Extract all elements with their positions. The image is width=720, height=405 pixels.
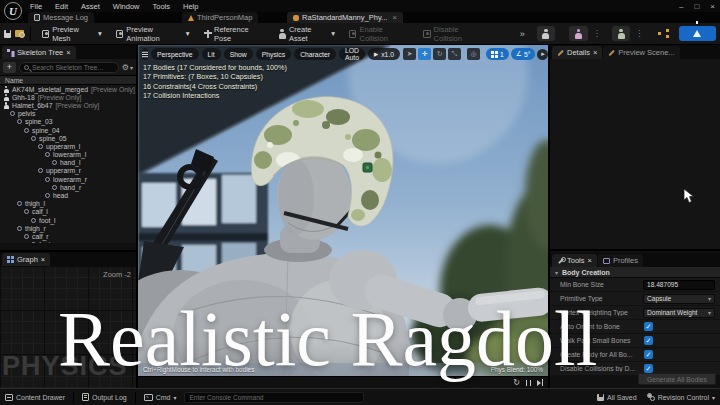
- graph-canvas[interactable]: Zoom -2 PHYSICS: [0, 266, 136, 388]
- menu-asset[interactable]: Asset: [81, 2, 100, 11]
- min-bone-size-input[interactable]: 18.487095: [643, 280, 715, 290]
- disable-collision-button[interactable]: Disable Collision: [418, 23, 490, 45]
- viewport-menu-button[interactable]: [142, 48, 148, 60]
- play-rate-button[interactable]: ▶ x1.0: [368, 48, 400, 60]
- all-saved-button[interactable]: All Saved: [597, 394, 637, 401]
- world-coordinate-button[interactable]: ◎: [467, 48, 480, 60]
- simulate-button[interactable]: [679, 26, 716, 41]
- walk-past-small-bones-checkbox[interactable]: ✓: [644, 336, 653, 345]
- physics-dropdown[interactable]: Physics: [256, 48, 291, 60]
- grid-snap-toggle[interactable]: 1: [486, 48, 509, 60]
- tree-row[interactable]: upperarm_r: [0, 167, 136, 175]
- tab-details[interactable]: Details ×: [552, 46, 602, 59]
- generate-all-bodies-button[interactable]: Generate All Bodies: [638, 373, 716, 385]
- dropdown-dots-icon[interactable]: ⋮: [635, 29, 643, 38]
- tree-row[interactable]: spine_04: [0, 126, 136, 134]
- tree-options-button[interactable]: ⚙ ▾: [122, 63, 133, 72]
- console-input[interactable]: [189, 394, 359, 401]
- tree-row[interactable]: calf_r: [0, 232, 136, 240]
- tree-row[interactable]: hand_r: [0, 183, 136, 191]
- tree-row[interactable]: head: [0, 191, 136, 199]
- tab-tools[interactable]: Tools ×: [552, 254, 597, 267]
- perspective-dropdown[interactable]: Perspective: [151, 48, 199, 60]
- tree-row[interactable]: AK74M_skeletal_merged[Preview Only]: [0, 85, 136, 93]
- dropdown-dots-icon[interactable]: ⋮: [593, 29, 601, 38]
- revision-control-dropdown[interactable]: Revision Control ▾: [647, 393, 715, 401]
- lit-dropdown[interactable]: Lit: [202, 48, 221, 60]
- close-tab-icon[interactable]: ×: [593, 48, 597, 57]
- tree-row[interactable]: lowerarm_r: [0, 175, 136, 183]
- create-asset-button[interactable]: Create Asset ▾: [273, 23, 340, 45]
- tree-row[interactable]: hand_l: [0, 159, 136, 167]
- tab-thirdpersonmap[interactable]: ThirdPersonMap: [182, 12, 258, 23]
- content-drawer-button[interactable]: Content Drawer: [5, 394, 65, 401]
- menu-edit[interactable]: Edit: [55, 2, 68, 11]
- scale-tool-button[interactable]: ⤡: [448, 48, 461, 60]
- close-tab-icon[interactable]: ×: [66, 48, 70, 57]
- save-icon[interactable]: [4, 30, 11, 38]
- physical-animation-button[interactable]: [569, 26, 588, 41]
- maximize-button[interactable]: □: [694, 2, 699, 11]
- browse-content-icon[interactable]: [15, 30, 23, 37]
- character-dropdown[interactable]: Character: [294, 48, 336, 60]
- close-button[interactable]: ×: [710, 2, 715, 11]
- tab-preview-scene[interactable]: Preview Scene...: [603, 46, 679, 59]
- tab-profiles[interactable]: Profiles: [598, 254, 643, 267]
- enable-collision-button[interactable]: Enable Collision: [344, 23, 414, 45]
- minimize-button[interactable]: –: [679, 2, 683, 11]
- pause-icon[interactable]: [526, 380, 531, 386]
- angle-snap-toggle[interactable]: ∠ 5°: [511, 48, 536, 60]
- create-body-all-bones-checkbox[interactable]: ✓: [644, 350, 653, 359]
- menu-help[interactable]: Help: [183, 2, 198, 11]
- constraint-profiles-button[interactable]: [654, 26, 673, 41]
- close-tab-icon[interactable]: ×: [588, 256, 592, 265]
- disable-collisions-checkbox[interactable]: ✓: [644, 364, 653, 373]
- tree-row[interactable]: lowerarm_l: [0, 151, 136, 159]
- cmd-dropdown[interactable]: > Cmd ▾: [144, 394, 177, 401]
- menu-file[interactable]: File: [30, 2, 42, 11]
- viewport[interactable]: Perspective Lit Show Physics Character L…: [138, 45, 548, 388]
- tree-row[interactable]: spine_05: [0, 134, 136, 142]
- tree-row[interactable]: spine_03: [0, 118, 136, 126]
- auto-orient-checkbox[interactable]: ✓: [644, 322, 653, 331]
- console-input-box[interactable]: [184, 392, 364, 403]
- lod-dropdown[interactable]: LOD Auto: [339, 48, 365, 60]
- tab-message-log[interactable]: Message Log: [28, 12, 94, 23]
- add-body-button[interactable]: [537, 26, 556, 41]
- tab-skeleton-tree[interactable]: Skeleton Tree ×: [2, 46, 76, 59]
- unreal-logo-icon[interactable]: U: [4, 2, 22, 20]
- menu-window[interactable]: Window: [113, 2, 140, 11]
- tree-row[interactable]: foot_l: [0, 216, 136, 224]
- vertex-weighting-select[interactable]: Dominant Weight▾: [643, 308, 715, 318]
- rotate-tool-button[interactable]: ↻: [433, 48, 446, 60]
- simulate-options-button[interactable]: [612, 26, 631, 41]
- tree-row[interactable]: Ghh-18[Preview Only]: [0, 93, 136, 101]
- tab-graph[interactable]: Graph ×: [2, 253, 50, 266]
- add-bone-button[interactable]: +: [3, 62, 16, 73]
- viewport-expand-button[interactable]: ▸: [537, 49, 548, 60]
- step-forward-icon[interactable]: [537, 380, 541, 386]
- tree-row[interactable]: thigh_r: [0, 224, 136, 232]
- toolbar-overflow-icon[interactable]: »: [520, 29, 525, 39]
- skeleton-search-input[interactable]: [32, 64, 114, 71]
- tree-row[interactable]: Halmet_6b47[Preview Only]: [0, 101, 136, 109]
- tree-row[interactable]: thigh_l: [0, 200, 136, 208]
- move-tool-button[interactable]: ✛: [418, 48, 431, 60]
- preview-mesh-button[interactable]: Preview Mesh ▾: [37, 23, 107, 45]
- tree-row[interactable]: upperarm_l: [0, 142, 136, 150]
- select-tool-button[interactable]: ➤: [403, 48, 416, 60]
- loop-icon[interactable]: ↻: [513, 379, 520, 387]
- tree-row[interactable]: calf_l: [0, 208, 136, 216]
- tree-row[interactable]: foot_r: [0, 241, 136, 243]
- tree-column-header[interactable]: Name: [0, 75, 136, 85]
- reference-pose-button[interactable]: Reference Pose: [199, 23, 269, 45]
- skeleton-search-box[interactable]: [19, 62, 119, 73]
- show-dropdown[interactable]: Show: [224, 48, 253, 60]
- close-tab-icon[interactable]: ×: [392, 13, 397, 22]
- primitive-type-select[interactable]: Capsule▾: [643, 294, 715, 304]
- preview-animation-button[interactable]: Preview Animation ▾: [111, 23, 195, 45]
- tree-row[interactable]: pelvis: [0, 110, 136, 118]
- close-tab-icon[interactable]: ×: [41, 255, 45, 264]
- tab-physics-asset[interactable]: RaStandardManny_Phy... ×: [287, 12, 403, 23]
- menu-tools[interactable]: Tools: [152, 2, 170, 11]
